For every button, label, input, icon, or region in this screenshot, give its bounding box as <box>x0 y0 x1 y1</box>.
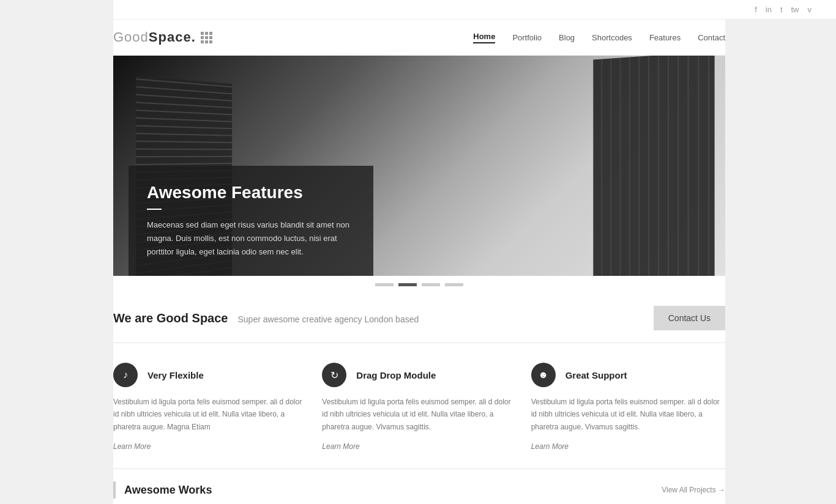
feature-dragdrop: ↻ Drag Drop Module Vestibulum id ligula … <box>322 363 516 451</box>
linkedin-icon[interactable]: in <box>766 5 772 14</box>
agency-subtitle: Super awesome creative agency London bas… <box>237 314 419 324</box>
hero-image: Awesome Features Maecenas sed diam eget … <box>113 56 725 276</box>
works-border-decoration <box>113 481 116 498</box>
facebook-icon[interactable]: f <box>755 5 757 14</box>
nav-blog[interactable]: Blog <box>559 33 575 42</box>
twitter-icon[interactable]: tw <box>791 5 799 14</box>
hero-title: Awesome Features <box>147 183 355 202</box>
slider-dots <box>113 276 725 291</box>
feature-flexible-header: ♪ Very Flexible <box>113 363 307 387</box>
social-bar: f in t tw v <box>0 0 836 20</box>
works-header: Awesome Works View All Projects → <box>113 481 725 498</box>
slider-dot-4[interactable] <box>445 283 463 286</box>
vimeo-icon[interactable]: v <box>808 5 812 14</box>
feature-support: ☻ Great Support Vestibulum id ligula por… <box>531 363 725 451</box>
logo-bold: Space. <box>149 29 196 45</box>
nav-home[interactable]: Home <box>473 32 495 43</box>
dragdrop-icon: ↻ <box>322 363 346 387</box>
support-icon: ☻ <box>531 363 556 387</box>
works-section: Awesome Works View All Projects → <box>113 469 725 504</box>
works-title-wrap: Awesome Works <box>113 481 212 498</box>
feature-flexible: ♪ Very Flexible Vestibulum id ligula por… <box>113 363 307 451</box>
feature-flexible-learn-more[interactable]: Learn More <box>113 442 151 451</box>
hero-overlay: Awesome Features Maecenas sed diam eget … <box>129 166 373 276</box>
feature-dragdrop-desc: Vestibulum id ligula porta felis euismod… <box>322 396 516 433</box>
flexible-icon: ♪ <box>113 363 138 387</box>
feature-dragdrop-title: Drag Drop Module <box>356 370 436 380</box>
header: GoodSpace. Home Portfolio Blog Shortcode… <box>113 20 725 56</box>
nav-portfolio[interactable]: Portfolio <box>512 33 542 42</box>
features-section: ♪ Very Flexible Vestibulum id ligula por… <box>113 343 725 469</box>
nav-features[interactable]: Features <box>649 33 681 42</box>
agency-title: We are Good Space <box>113 311 228 325</box>
logo-dots <box>201 32 212 43</box>
feature-dragdrop-learn-more[interactable]: Learn More <box>322 442 359 451</box>
feature-flexible-title: Very Flexible <box>147 370 204 380</box>
tumblr-icon[interactable]: t <box>780 5 783 14</box>
hero-divider <box>147 209 162 210</box>
view-all-projects-link[interactable]: View All Projects → <box>662 486 725 494</box>
main-nav: Home Portfolio Blog Shortcodes Features … <box>473 32 725 43</box>
feature-support-learn-more[interactable]: Learn More <box>531 442 569 451</box>
feature-dragdrop-header: ↻ Drag Drop Module <box>322 363 516 387</box>
feature-support-title: Great Support <box>565 370 627 380</box>
works-title: Awesome Works <box>124 484 212 497</box>
agency-section: We are Good Space Super awesome creative… <box>113 291 725 343</box>
nav-contact[interactable]: Contact <box>698 33 725 42</box>
agency-text: We are Good Space Super awesome creative… <box>113 311 419 325</box>
feature-support-header: ☻ Great Support <box>531 363 725 387</box>
feature-support-desc: Vestibulum id ligula porta felis euismod… <box>531 396 725 433</box>
left-sidebar <box>0 0 113 504</box>
slider-dot-1[interactable] <box>375 283 394 286</box>
logo[interactable]: GoodSpace. <box>113 29 212 45</box>
logo-light: Good <box>113 29 149 45</box>
contact-us-button[interactable]: Contact Us <box>654 306 725 330</box>
building-right-decoration <box>593 56 714 276</box>
hero-description: Maecenas sed diam eget risus varius blan… <box>147 218 355 259</box>
nav-shortcodes[interactable]: Shortcodes <box>592 33 632 42</box>
slider-dot-2[interactable] <box>398 283 417 286</box>
slider-dot-3[interactable] <box>422 283 440 286</box>
hero-section: Awesome Features Maecenas sed diam eget … <box>113 56 725 276</box>
feature-flexible-desc: Vestibulum id ligula porta felis euismod… <box>113 396 307 433</box>
